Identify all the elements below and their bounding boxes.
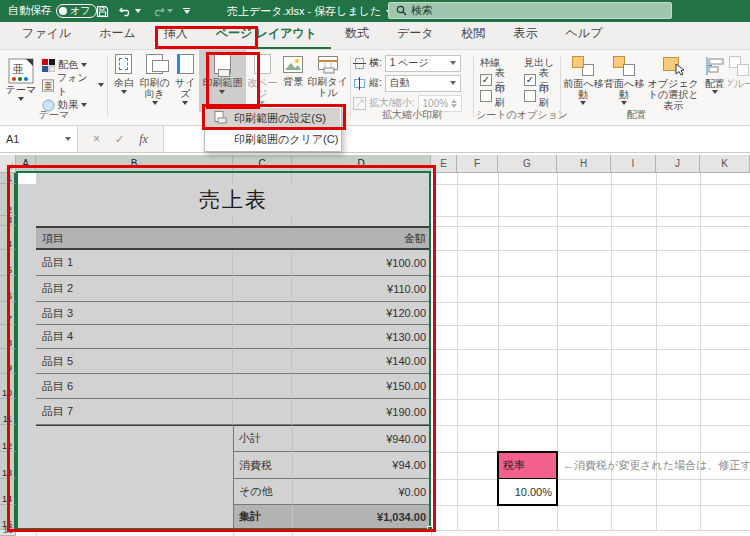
tab-insert[interactable]: 挿入 (150, 19, 202, 49)
cell[interactable] (16, 216, 36, 226)
tab-help[interactable]: ヘルプ (552, 19, 617, 49)
save-button[interactable] (96, 5, 109, 18)
cell[interactable] (233, 349, 292, 374)
background-button[interactable]: 背景 (279, 50, 307, 112)
document-title[interactable]: 売上データ.xlsx - 保存しました (227, 4, 392, 19)
cell-a1-active[interactable] (16, 173, 36, 184)
cell[interactable] (16, 505, 36, 530)
cell-item-amount[interactable]: ¥140.00 (292, 349, 431, 374)
select-all-corner[interactable] (0, 155, 16, 173)
autosave-switch[interactable]: オフ (56, 4, 97, 18)
cell-item-amount[interactable]: ¥150.00 (292, 374, 431, 399)
menu-item-set-print-area[interactable]: 印刷範囲の設定(S) (206, 108, 340, 129)
column-header-A[interactable]: A (16, 155, 36, 173)
selection-fill-handle[interactable] (427, 526, 433, 532)
cell[interactable] (16, 325, 36, 349)
cell-item-name[interactable]: 品目 2 (36, 276, 233, 302)
cell-summary-label[interactable]: その他 (233, 479, 292, 505)
size-button[interactable]: サイズ (171, 50, 199, 112)
insert-function-button[interactable]: fx (139, 132, 148, 147)
cell-total-label[interactable]: 集計 (233, 505, 292, 530)
cell[interactable] (16, 250, 36, 276)
gridlines-print-checkbox[interactable]: 印刷 (480, 90, 514, 102)
cell[interactable] (16, 276, 36, 302)
cell-item-name[interactable]: 品目 6 (36, 374, 233, 399)
cell[interactable] (16, 226, 36, 250)
cell-item-amount[interactable]: ¥190.00 (292, 399, 431, 425)
tab-home[interactable]: ホーム (85, 19, 150, 49)
search-box[interactable]: 検索 (388, 2, 672, 19)
cell-total-amount[interactable]: ¥1,034.00 (292, 505, 431, 530)
column-header-D[interactable]: D (292, 155, 431, 173)
column-header-C[interactable]: C (233, 155, 292, 173)
cell[interactable] (16, 374, 36, 399)
column-header-I[interactable]: I (611, 155, 656, 173)
cell-item-name[interactable]: 品目 4 (36, 325, 233, 349)
cell-summary-label[interactable]: 消費税 (233, 452, 292, 479)
cell-item-name[interactable]: 品目 1 (36, 250, 233, 276)
cell-item-amount[interactable]: ¥120.00 (292, 302, 431, 325)
cell[interactable] (233, 276, 292, 302)
cell-item-amount[interactable]: ¥100.00 (292, 250, 431, 276)
column-header-K[interactable]: K (700, 155, 750, 173)
tab-review[interactable]: 校閲 (448, 19, 500, 49)
cell[interactable] (233, 173, 292, 184)
cell[interactable] (233, 226, 292, 250)
column-header-F[interactable]: F (457, 155, 498, 173)
cell[interactable] (292, 173, 431, 184)
cell-item-amount[interactable]: ¥130.00 (292, 325, 431, 349)
name-box[interactable]: A1 (0, 126, 78, 152)
autosave-toggle[interactable]: 自動保存 オフ (8, 3, 97, 18)
cell[interactable] (36, 505, 233, 530)
theme-fonts-button[interactable]: 亜 フォント (42, 76, 104, 94)
cell[interactable] (16, 479, 36, 505)
cell[interactable] (233, 302, 292, 325)
cell[interactable] (292, 216, 431, 226)
cell[interactable] (233, 250, 292, 276)
cell[interactable] (36, 216, 233, 226)
cell-table-title[interactable]: 売上表 (36, 184, 431, 216)
tab-file[interactable]: ファイル (8, 19, 85, 49)
headings-print-checkbox[interactable]: 印刷 (524, 90, 558, 102)
cell[interactable] (36, 173, 233, 184)
cell[interactable] (233, 374, 292, 399)
cell[interactable] (36, 425, 233, 452)
cell-item-name[interactable]: 品目 7 (36, 399, 233, 425)
menu-item-clear-print-area[interactable]: 印刷範囲のクリア(C) (206, 129, 340, 150)
send-backward-button[interactable]: 背面へ移動 (604, 52, 645, 114)
cell[interactable] (36, 479, 233, 505)
tab-page-layout[interactable]: ページ レイアウト (202, 19, 331, 49)
cell[interactable] (16, 302, 36, 325)
qat-customize-button[interactable] (183, 8, 190, 15)
tab-data[interactable]: データ (383, 19, 448, 49)
cell-tax-rate-value[interactable]: 10.00% (499, 479, 556, 504)
undo-dropdown-icon[interactable] (135, 9, 141, 13)
cell-item-name[interactable]: 品目 5 (36, 349, 233, 374)
cell[interactable] (16, 349, 36, 374)
column-header-H[interactable]: H (557, 155, 611, 173)
margins-button[interactable]: 余白 (110, 50, 138, 112)
height-combo[interactable]: 自動 (385, 75, 461, 92)
column-header-E[interactable]: E (431, 155, 457, 173)
cell[interactable] (16, 452, 36, 479)
tab-formulas[interactable]: 数式 (331, 19, 383, 49)
column-header-G[interactable]: G (498, 155, 557, 173)
width-combo[interactable]: 1 ページ (385, 55, 461, 72)
print-area-button[interactable]: 印刷範囲 (199, 50, 245, 112)
cell-header-amount[interactable]: 金額 (292, 226, 431, 250)
cell-tax-rate-label[interactable]: 税率 (499, 453, 556, 479)
cell[interactable] (233, 399, 292, 425)
tab-view[interactable]: 表示 (500, 19, 552, 49)
cell[interactable] (233, 216, 292, 226)
themes-button[interactable]: 亜 テーマ (4, 54, 38, 116)
bring-forward-button[interactable]: 前面へ移動 (563, 52, 604, 114)
cell[interactable] (233, 325, 292, 349)
cell-summary-amount[interactable]: ¥94.00 (292, 452, 431, 479)
cell-item-amount[interactable]: ¥110.00 (292, 276, 431, 302)
selection-pane-button[interactable]: オブジェクトの選択と表示 (644, 52, 701, 114)
cell-item-name[interactable]: 品目 3 (36, 302, 233, 325)
align-button[interactable]: 配置 (702, 52, 728, 114)
column-header-B[interactable]: B (36, 155, 233, 173)
cell-summary-label[interactable]: 小計 (233, 425, 292, 452)
cell-summary-amount[interactable]: ¥940.00 (292, 425, 431, 452)
